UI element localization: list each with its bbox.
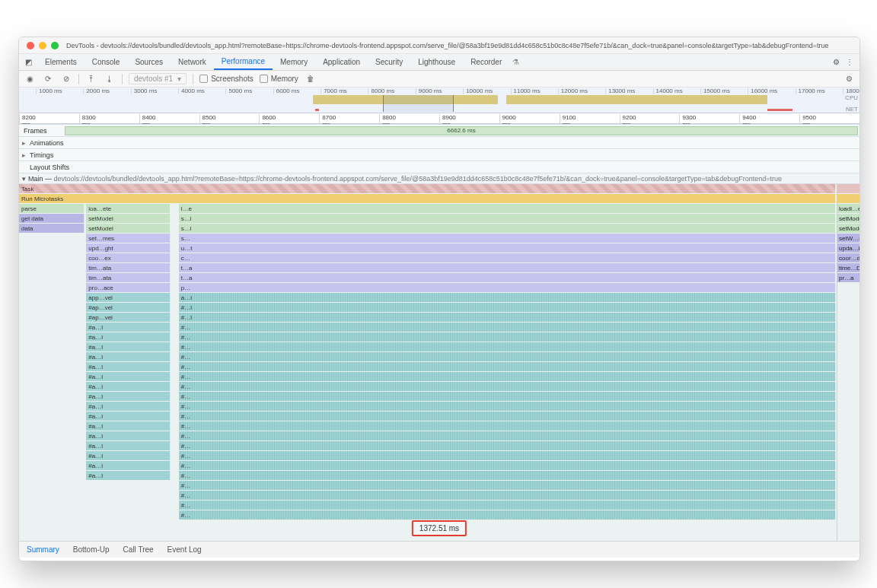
minimize-icon[interactable]: [39, 42, 46, 49]
tab-recorder[interactable]: Recorder: [463, 54, 509, 70]
frame-bar[interactable]: 6662.6 ms: [65, 126, 858, 135]
flame-bar[interactable]: #a…l: [86, 431, 170, 440]
overview-timeline[interactable]: 1000 ms2000 ms3000 ms4000 ms5000 ms6000 …: [19, 87, 859, 113]
expand-icon[interactable]: ▸: [19, 139, 28, 147]
flame-label[interactable]: data: [19, 224, 85, 233]
clear-icon[interactable]: ⊘: [60, 75, 72, 83]
flame-bar[interactable]: #a…l: [86, 471, 170, 480]
flame-bar[interactable]: u…t: [179, 243, 836, 253]
overview-selection[interactable]: [383, 95, 454, 112]
animations-track[interactable]: ▸Animations: [19, 136, 859, 148]
flame-bar[interactable]: tim…ata: [86, 273, 170, 282]
inspect-icon[interactable]: ◩: [19, 58, 37, 66]
flame-bar[interactable]: app…vel: [86, 293, 170, 302]
flamechart[interactable]: loadi…etesetModelsetModelsetW…mesupda…ig…: [19, 183, 859, 541]
flame-bar[interactable]: #a…l: [86, 323, 170, 332]
screenshots-checkbox[interactable]: Screenshots: [199, 75, 254, 83]
flame-bar[interactable]: setModel: [86, 224, 170, 233]
tab-network[interactable]: Network: [171, 54, 214, 70]
flame-bar[interactable]: s…l: [179, 224, 836, 233]
flame-bar[interactable]: #a…l: [86, 461, 170, 470]
flame-bar[interactable]: #…: [179, 323, 836, 332]
flame-bar[interactable]: set…mes: [86, 234, 170, 243]
flame-bar[interactable]: setModel: [86, 214, 170, 223]
flame-bar[interactable]: #a…l: [86, 342, 170, 351]
flame-bar[interactable]: #ap…vel: [86, 313, 170, 322]
flame-bar[interactable]: #a…l: [86, 332, 170, 342]
flame-bar[interactable]: #…: [179, 501, 836, 510]
flame-bar[interactable]: pro…ace: [86, 283, 170, 292]
flame-bar[interactable]: #…: [179, 461, 836, 470]
flame-bar[interactable]: #…: [179, 441, 836, 450]
tab-console[interactable]: Console: [85, 54, 128, 70]
more-icon[interactable]: ⋮: [846, 58, 853, 66]
flame-bar[interactable]: #…: [179, 382, 836, 391]
flame-bar[interactable]: #…l: [179, 303, 836, 312]
tab-memory[interactable]: Memory: [273, 54, 315, 70]
settings-icon[interactable]: ⚙: [833, 58, 840, 66]
flame-bar[interactable]: #…: [179, 412, 836, 421]
profile-select[interactable]: devtools #1 ▾: [129, 73, 187, 84]
flame-bar[interactable]: #…: [179, 510, 836, 520]
flame-bar[interactable]: s…l: [179, 214, 836, 223]
tab-application[interactable]: Application: [315, 54, 368, 70]
flame-bar[interactable]: p…: [179, 283, 836, 292]
flame-bar[interactable]: #…l: [179, 313, 836, 322]
memory-checkbox[interactable]: Memory: [260, 75, 298, 83]
flame-bar[interactable]: upd…ght: [86, 243, 170, 253]
time-ruler[interactable]: 8200 ms8300 ms8400 ms8500 ms8600 ms8700 …: [19, 113, 859, 124]
flame-bar[interactable]: s…: [179, 234, 836, 243]
tab-lighthouse[interactable]: Lighthouse: [410, 54, 463, 70]
flame-bar[interactable]: coo…ex: [86, 253, 170, 262]
flame-bar[interactable]: l…e: [179, 204, 836, 213]
flame-bar[interactable]: #a…l: [86, 441, 170, 450]
flame-bar[interactable]: #…: [179, 332, 836, 342]
flame-bar[interactable]: #a…l: [86, 352, 170, 361]
frames-track[interactable]: Frames 6662.6 ms: [19, 124, 859, 136]
flame-bar[interactable]: #a…l: [86, 451, 170, 460]
collapse-icon[interactable]: ▾: [19, 175, 28, 183]
flame-bar[interactable]: #…: [179, 362, 836, 371]
detail-tab-summary[interactable]: Summary: [27, 545, 59, 554]
flame-bar[interactable]: #…: [179, 451, 836, 460]
layout-shifts-track[interactable]: Layout Shifts: [19, 161, 859, 173]
flame-bar[interactable]: t…a: [179, 273, 836, 282]
tab-sources[interactable]: Sources: [127, 54, 171, 70]
download-icon[interactable]: ⭳: [104, 75, 116, 83]
flame-bar[interactable]: #…: [179, 402, 836, 411]
record-icon[interactable]: ◉: [24, 75, 36, 83]
flame-bar[interactable]: #a…l: [86, 392, 170, 401]
detail-tab-event-log[interactable]: Event Log: [167, 545, 202, 554]
trash-icon[interactable]: 🗑: [305, 75, 317, 83]
flame-bar[interactable]: loa…ete: [86, 204, 170, 213]
flame-label[interactable]: parse: [19, 204, 85, 213]
flame-bar[interactable]: #…: [179, 481, 836, 490]
flame-bar[interactable]: #ap…vel: [86, 303, 170, 312]
tab-security[interactable]: Security: [368, 54, 410, 70]
flame-bar[interactable]: #a…l: [86, 382, 170, 391]
flame-bar[interactable]: #a…l: [86, 421, 170, 431]
flame-bar[interactable]: #…: [179, 392, 836, 401]
flame-bar[interactable]: #…: [179, 352, 836, 361]
flame-label[interactable]: get data: [19, 214, 85, 223]
gear-icon[interactable]: ⚙: [843, 75, 855, 83]
flame-bar[interactable]: #…: [179, 342, 836, 351]
expand-icon[interactable]: ▸: [19, 151, 28, 159]
flame-bar[interactable]: #…: [179, 431, 836, 440]
main-track-header[interactable]: ▾ Main — devtools://devtools/bundled/dev…: [19, 173, 859, 183]
flame-bar[interactable]: #…: [179, 421, 836, 431]
microtask-bar[interactable]: Run Microtasks: [19, 194, 836, 203]
reload-icon[interactable]: ⟳: [42, 75, 54, 83]
flame-bar[interactable]: #a…l: [86, 412, 170, 421]
tab-elements[interactable]: Elements: [37, 54, 85, 70]
flame-bar[interactable]: a…l: [179, 293, 836, 302]
maximize-icon[interactable]: [51, 42, 59, 49]
flame-bar[interactable]: #…: [179, 491, 836, 500]
tab-performance[interactable]: Performance: [214, 54, 273, 70]
flame-bar[interactable]: #…: [179, 471, 836, 480]
traffic-lights[interactable]: [19, 42, 66, 49]
close-icon[interactable]: [27, 42, 34, 49]
flame-bar[interactable]: #a…l: [86, 372, 170, 381]
timings-track[interactable]: ▸Timings: [19, 148, 859, 161]
flame-bar[interactable]: #…: [179, 372, 836, 381]
